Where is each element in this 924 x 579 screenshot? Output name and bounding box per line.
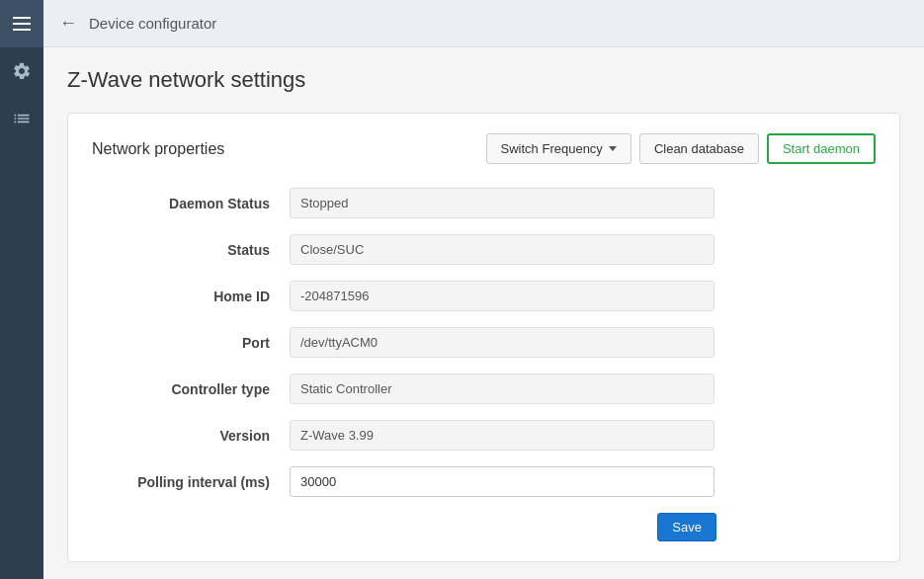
field-value-4: Static Controller — [290, 373, 714, 404]
start-daemon-button[interactable]: Start daemon — [767, 133, 876, 164]
form-row: Daemon StatusStopped — [92, 188, 876, 218]
field-label-2: Home ID — [92, 289, 290, 304]
form-row: Controller typeStatic Controller — [92, 373, 876, 404]
form-row: Port/dev/ttyACM0 — [92, 327, 876, 358]
hamburger-icon — [13, 17, 31, 31]
card-title: Network properties — [92, 140, 224, 158]
form-row: Polling interval (ms) — [92, 466, 876, 497]
sidebar-item-list[interactable] — [0, 95, 43, 142]
save-button[interactable]: Save — [657, 513, 716, 541]
network-properties-card: Network properties Switch Frequency Clea… — [67, 113, 900, 562]
chevron-down-icon — [609, 146, 617, 151]
form-fields: Daemon StatusStoppedStatusClose/SUCHome … — [92, 188, 876, 497]
form-row: Home ID-204871596 — [92, 281, 876, 311]
main-content: ← Device configurator Z-Wave network set… — [43, 0, 924, 579]
field-label-3: Port — [92, 335, 290, 351]
page: Z-Wave network settings Network properti… — [43, 47, 924, 579]
card-actions: Switch Frequency Clean database Start da… — [486, 133, 876, 164]
hamburger-button[interactable] — [0, 0, 43, 47]
page-title: Z-Wave network settings — [67, 67, 900, 93]
form-row: VersionZ-Wave 3.99 — [92, 420, 876, 451]
field-value-0: Stopped — [290, 188, 714, 218]
field-value-3: /dev/ttyACM0 — [290, 327, 714, 358]
clean-database-button[interactable]: Clean database — [639, 133, 759, 164]
field-value-5: Z-Wave 3.99 — [290, 420, 714, 451]
card-header: Network properties Switch Frequency Clea… — [92, 133, 876, 164]
field-label-0: Daemon Status — [92, 196, 290, 211]
field-value-2: -204871596 — [290, 281, 714, 311]
field-input-6[interactable] — [290, 466, 714, 497]
sidebar-item-settings[interactable] — [0, 47, 43, 95]
switch-frequency-button[interactable]: Switch Frequency — [486, 133, 631, 164]
field-label-1: Status — [92, 242, 290, 258]
topbar-title: Device configurator — [89, 15, 216, 32]
sidebar — [0, 0, 43, 579]
back-button[interactable]: ← — [59, 13, 77, 34]
topbar: ← Device configurator — [43, 0, 924, 47]
field-label-6: Polling interval (ms) — [92, 474, 290, 490]
form-row: StatusClose/SUC — [92, 234, 876, 265]
field-label-5: Version — [92, 428, 290, 444]
field-label-4: Controller type — [92, 381, 290, 397]
field-value-1: Close/SUC — [290, 234, 714, 265]
save-row: Save — [92, 513, 716, 541]
